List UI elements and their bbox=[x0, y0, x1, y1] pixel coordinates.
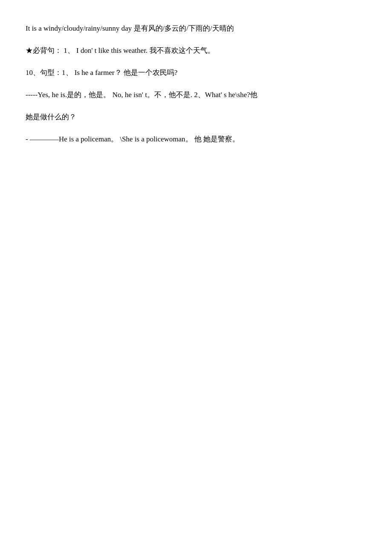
line-answer: - ————He is a policeman。 \She is a polic… bbox=[26, 132, 366, 147]
line-weather: It is a windy/cloudy/rainy/sunny day 是有风… bbox=[26, 21, 366, 36]
line-sentence-pattern-text: 10、句型：1、 Is he a farmer？ 他是一个农民吗? bbox=[26, 69, 177, 77]
line-yes-no: -----Yes, he is.是的，他是。 No, he isn' t。不，他… bbox=[26, 88, 366, 102]
line-sentence-pattern: 10、句型：1、 Is he a farmer？ 他是一个农民吗? bbox=[26, 66, 366, 80]
line-yes-no-text: -----Yes, he is.是的，他是。 No, he isn' t。不，他… bbox=[26, 91, 257, 99]
line-mustlearn-text: ★必背句： 1、 I don' t like this weather. 我不喜… bbox=[26, 46, 215, 55]
line-answer-text: - ————He is a policeman。 \She is a polic… bbox=[26, 135, 239, 143]
line-continuation: 她是做什么的？ bbox=[26, 110, 366, 124]
main-content: It is a windy/cloudy/rainy/sunny day 是有风… bbox=[26, 21, 366, 147]
line-mustlearn: ★必背句： 1、 I don' t like this weather. 我不喜… bbox=[26, 43, 366, 58]
line-weather-text: It is a windy/cloudy/rainy/sunny day 是有风… bbox=[26, 24, 234, 32]
line-continuation-text: 她是做什么的？ bbox=[26, 113, 76, 121]
